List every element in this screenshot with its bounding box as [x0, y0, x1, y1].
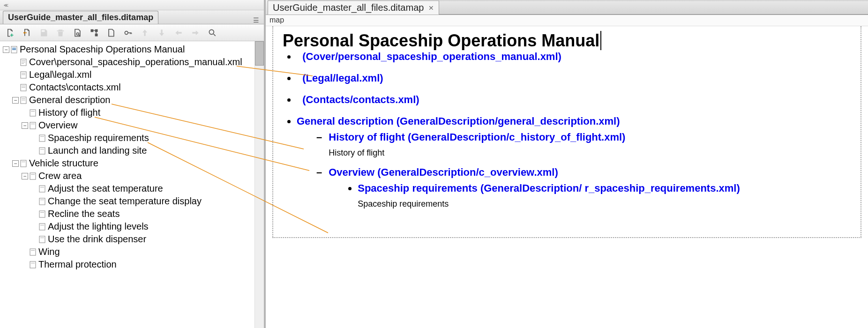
tree-label[interactable]: Spaceship requirements: [48, 133, 149, 143]
tree-view[interactable]: − Personal Spaceship Operations Manual C…: [0, 41, 264, 328]
topic-icon: [38, 147, 46, 155]
map-entry-legal[interactable]: (Legal/legal.xml): [297, 72, 851, 84]
svg-rect-44: [30, 249, 36, 255]
map-entry-contacts[interactable]: (Contacts/contacts.xml): [297, 94, 851, 106]
editor-area[interactable]: Personal Spaceship Operations Manual (Co…: [266, 26, 868, 328]
link[interactable]: (Legal/legal.xml): [302, 72, 383, 84]
tree-label[interactable]: Contacts\contacts.xml: [29, 82, 121, 93]
expander-icon[interactable]: −: [22, 122, 28, 129]
tree-item-crew[interactable]: − Crew area: [3, 170, 264, 182]
tree-item-dispenser[interactable]: Use the drink dispenser: [3, 233, 264, 246]
panel-collapse-bar[interactable]: <<: [0, 0, 264, 10]
structure-icon[interactable]: [89, 28, 99, 38]
map-entry-cover[interactable]: (Cover/personal_spaceship_operations_man…: [297, 51, 851, 63]
expander-icon[interactable]: −: [12, 160, 19, 167]
svg-rect-23: [31, 111, 35, 112]
tree-label[interactable]: Wing: [38, 246, 60, 257]
key-icon[interactable]: [123, 28, 133, 38]
tree-label[interactable]: Recline the seats: [48, 209, 120, 219]
svg-rect-35: [40, 187, 44, 187]
topic-icon: [38, 198, 46, 205]
svg-rect-39: [40, 212, 44, 213]
editor-tab-label: UserGuide_master_all_files.ditamap: [273, 2, 424, 13]
tree-item-cover[interactable]: Cover\personal_spaceship_operations_manu…: [3, 56, 264, 68]
tree-label[interactable]: Overview: [38, 120, 77, 131]
tree-item-contacts[interactable]: Contacts\contacts.xml: [3, 81, 264, 94]
breadcrumb[interactable]: map: [266, 15, 868, 26]
link[interactable]: General description (GeneralDescription/…: [297, 115, 620, 127]
tree-root[interactable]: − Personal Spaceship Operations Manual: [3, 43, 264, 56]
tree-item-thermal[interactable]: Thermal protection: [3, 258, 264, 271]
tree-item-vehicle[interactable]: − Vehicle structure: [3, 157, 264, 170]
tree-scrollbar[interactable]: [254, 41, 264, 328]
tree-item-launch[interactable]: Launch and landing site: [3, 144, 264, 157]
svg-rect-47: [31, 263, 35, 263]
tree-item-overview[interactable]: − Overview: [3, 119, 264, 132]
expander-icon[interactable]: −: [12, 97, 19, 104]
tree-item-recline[interactable]: Recline the seats: [3, 208, 264, 220]
expander-icon[interactable]: −: [22, 173, 28, 179]
link[interactable]: (Contacts/contacts.xml): [302, 94, 419, 105]
link[interactable]: (Cover/personal_spaceship_operations_man…: [302, 51, 561, 62]
topic-icon: [20, 84, 27, 91]
tree-label[interactable]: Use the drink dispenser: [48, 234, 146, 245]
left-tab-row: UserGuide_master_all_files.ditamap ☰: [0, 10, 264, 24]
svg-rect-40: [39, 224, 45, 230]
page-icon[interactable]: [106, 28, 116, 38]
tree-item-history[interactable]: History of flight: [3, 106, 264, 119]
import-icon[interactable]: [22, 28, 32, 38]
map-icon: [10, 46, 18, 53]
map-entry-spaceship-req[interactable]: Spaceship requirements (GeneralDescripti…: [358, 182, 740, 209]
map-entry-overview[interactable]: Overview (GeneralDescription/c_overview.…: [316, 166, 851, 218]
tree-label[interactable]: Adjust the seat temperature: [48, 183, 163, 194]
svg-rect-27: [40, 136, 44, 137]
tree-label[interactable]: Crew area: [38, 171, 82, 181]
svg-rect-37: [40, 200, 44, 200]
new-file-icon[interactable]: [5, 28, 15, 38]
topic-icon: [29, 122, 37, 129]
tree-label[interactable]: History of flight: [38, 107, 100, 118]
tree-item-legal[interactable]: Legal\legal.xml: [3, 68, 264, 81]
tree-item-spaceship-req[interactable]: Spaceship requirements: [3, 132, 264, 144]
tree-item-general[interactable]: − General description: [3, 94, 264, 106]
svg-rect-1: [91, 29, 94, 32]
tree-item-change-temp[interactable]: Change the seat temperature display: [3, 195, 264, 208]
tree-label[interactable]: Personal Spaceship Operations Manual: [20, 44, 185, 55]
tree-label[interactable]: Launch and landing site: [48, 145, 147, 156]
svg-rect-33: [31, 174, 35, 175]
tree-label[interactable]: Adjust the lighting levels: [48, 221, 149, 232]
panel-menu-icon[interactable]: ☰: [253, 16, 259, 24]
tree-item-adjust-temp[interactable]: Adjust the seat temperature: [3, 182, 264, 195]
close-icon[interactable]: ✕: [428, 4, 434, 12]
svg-rect-43: [40, 238, 44, 238]
left-toolbar: [0, 24, 264, 41]
map-entry-history[interactable]: History of flight (GeneralDescription/c_…: [316, 131, 851, 158]
tree-label[interactable]: General description: [29, 95, 110, 105]
map-entry-general[interactable]: General description (GeneralDescription/…: [297, 115, 851, 218]
page-title[interactable]: Personal Spaceship Operations Manual: [283, 31, 601, 50]
expander-icon[interactable]: −: [3, 46, 9, 53]
tree-item-lighting[interactable]: Adjust the lighting levels: [3, 220, 264, 233]
editor-tab-row: UserGuide_master_all_files.ditamap ✕: [266, 0, 868, 15]
tree-label[interactable]: Thermal protection: [38, 259, 117, 270]
preview-icon[interactable]: [72, 28, 82, 38]
topic-icon: [20, 71, 27, 79]
left-tab[interactable]: UserGuide_master_all_files.ditamap: [3, 11, 158, 24]
svg-rect-28: [39, 148, 45, 154]
breadcrumb-item[interactable]: map: [269, 16, 284, 24]
svg-rect-18: [22, 87, 25, 88]
search-icon[interactable]: [207, 28, 217, 38]
link[interactable]: Spaceship requirements (GeneralDescripti…: [358, 182, 740, 194]
topic-icon: [20, 160, 27, 167]
tree-item-wing[interactable]: Wing: [3, 246, 264, 258]
svg-rect-36: [39, 198, 45, 205]
tree-label[interactable]: Cover\personal_spaceship_operations_manu…: [29, 57, 242, 67]
link[interactable]: History of flight (GeneralDescription/c_…: [329, 131, 625, 143]
tree-label[interactable]: Vehicle structure: [29, 158, 98, 169]
tree-label[interactable]: Change the seat temperature display: [48, 196, 202, 207]
svg-rect-11: [22, 62, 25, 62]
svg-point-5: [209, 30, 214, 34]
link[interactable]: Overview (GeneralDescription/c_overview.…: [329, 166, 558, 178]
editor-tab[interactable]: UserGuide_master_all_files.ditamap ✕: [268, 0, 439, 15]
tree-label[interactable]: Legal\legal.xml: [29, 69, 91, 80]
